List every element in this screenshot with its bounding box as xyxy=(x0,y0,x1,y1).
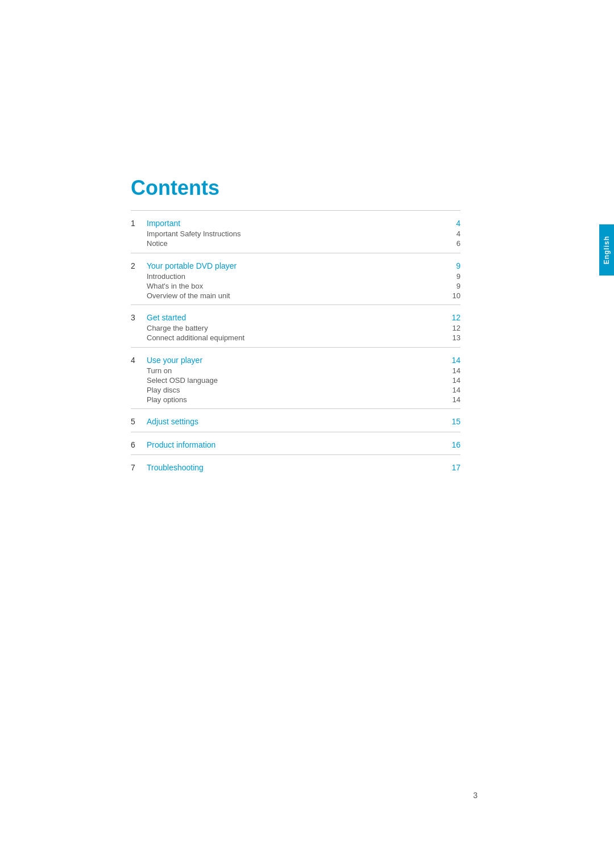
section-page-1: 4 xyxy=(438,211,460,229)
spacer-cell xyxy=(131,343,460,347)
sub-item-page: 6 xyxy=(438,239,460,248)
content-area: Contents 1Important4Important Safety Ins… xyxy=(131,176,460,478)
sub-item-page: 14 xyxy=(438,385,460,395)
sub-indent xyxy=(131,385,147,395)
toc-spacer xyxy=(131,343,460,347)
spacer-cell xyxy=(131,473,460,478)
toc-subitem: What's in the box9 xyxy=(131,281,460,291)
page-title: Contents xyxy=(131,176,460,200)
toc-table: 1Important4Important Safety Instructions… xyxy=(131,210,460,478)
sub-indent xyxy=(131,323,147,333)
sub-item-title[interactable]: Turn on xyxy=(147,366,438,375)
spacer-cell xyxy=(131,450,460,455)
toc-subitem: Important Safety Instructions4 xyxy=(131,229,460,239)
sub-item-page: 14 xyxy=(438,366,460,375)
toc-section-2: 2Your portable DVD player9 xyxy=(131,253,460,272)
sub-item-page: 13 xyxy=(438,333,460,343)
side-tab-label: English xyxy=(603,236,611,264)
toc-spacer xyxy=(131,301,460,305)
sub-item-page: 9 xyxy=(438,272,460,281)
section-title-6[interactable]: Product information xyxy=(147,432,438,450)
toc-subitem: Turn on14 xyxy=(131,366,460,375)
section-num-4: 4 xyxy=(131,347,147,366)
sub-indent xyxy=(131,375,147,385)
toc-subitem: Charge the battery12 xyxy=(131,323,460,333)
sub-item-title[interactable]: Charge the battery xyxy=(147,323,438,333)
spacer-cell xyxy=(131,248,460,253)
section-page-5: 15 xyxy=(438,409,460,428)
toc-spacer xyxy=(131,450,460,455)
sub-indent xyxy=(131,291,147,301)
toc-spacer xyxy=(131,473,460,478)
sub-indent xyxy=(131,272,147,281)
sub-item-page: 14 xyxy=(438,375,460,385)
toc-subitem: Introduction9 xyxy=(131,272,460,281)
sub-indent xyxy=(131,395,147,404)
section-num-5: 5 xyxy=(131,409,147,428)
sub-indent xyxy=(131,239,147,248)
section-title-3[interactable]: Get started xyxy=(147,305,438,324)
page-number: 3 xyxy=(473,791,478,800)
spacer-cell xyxy=(131,404,460,409)
sub-item-page: 10 xyxy=(438,291,460,301)
section-title-5[interactable]: Adjust settings xyxy=(147,409,438,428)
sub-item-title[interactable]: Notice xyxy=(147,239,438,248)
section-num-7: 7 xyxy=(131,455,147,474)
sub-indent xyxy=(131,281,147,291)
toc-section-5: 5Adjust settings15 xyxy=(131,409,460,428)
toc-subitem: Notice6 xyxy=(131,239,460,248)
page: English Contents 1Important4Important Sa… xyxy=(0,0,614,868)
sub-item-title[interactable]: What's in the box xyxy=(147,281,438,291)
sub-item-page: 9 xyxy=(438,281,460,291)
section-num-1: 1 xyxy=(131,211,147,229)
toc-subitem: Play options14 xyxy=(131,395,460,404)
sub-item-title[interactable]: Introduction xyxy=(147,272,438,281)
sub-indent xyxy=(131,229,147,239)
toc-spacer xyxy=(131,248,460,253)
sub-item-title[interactable]: Overview of the main unit xyxy=(147,291,438,301)
section-page-7: 17 xyxy=(438,455,460,474)
sub-item-title[interactable]: Connect additional equipment xyxy=(147,333,438,343)
section-title-1[interactable]: Important xyxy=(147,211,438,229)
toc-subitem: Play discs14 xyxy=(131,385,460,395)
sub-indent xyxy=(131,333,147,343)
sub-item-title[interactable]: Important Safety Instructions xyxy=(147,229,438,239)
section-page-6: 16 xyxy=(438,432,460,450)
toc-spacer xyxy=(131,427,460,432)
spacer-cell xyxy=(131,427,460,432)
sub-item-title[interactable]: Select OSD language xyxy=(147,375,438,385)
section-page-4: 14 xyxy=(438,347,460,366)
english-tab: English xyxy=(599,224,614,276)
toc-subitem: Overview of the main unit10 xyxy=(131,291,460,301)
toc-section-3: 3Get started12 xyxy=(131,305,460,324)
section-page-2: 9 xyxy=(438,253,460,272)
toc-spacer xyxy=(131,404,460,409)
section-page-3: 12 xyxy=(438,305,460,324)
toc-subitem: Select OSD language14 xyxy=(131,375,460,385)
toc-section-7: 7Troubleshooting17 xyxy=(131,455,460,474)
toc-section-6: 6Product information16 xyxy=(131,432,460,450)
sub-item-page: 12 xyxy=(438,323,460,333)
toc-subitem: Connect additional equipment13 xyxy=(131,333,460,343)
section-title-2[interactable]: Your portable DVD player xyxy=(147,253,438,272)
section-num-3: 3 xyxy=(131,305,147,324)
toc-section-4: 4Use your player14 xyxy=(131,347,460,366)
spacer-cell xyxy=(131,301,460,305)
section-title-4[interactable]: Use your player xyxy=(147,347,438,366)
section-num-2: 2 xyxy=(131,253,147,272)
sub-item-title[interactable]: Play discs xyxy=(147,385,438,395)
sub-item-title[interactable]: Play options xyxy=(147,395,438,404)
sub-indent xyxy=(131,366,147,375)
toc-section-1: 1Important4 xyxy=(131,211,460,229)
section-title-7[interactable]: Troubleshooting xyxy=(147,455,438,474)
sub-item-page: 14 xyxy=(438,395,460,404)
sub-item-page: 4 xyxy=(438,229,460,239)
section-num-6: 6 xyxy=(131,432,147,450)
